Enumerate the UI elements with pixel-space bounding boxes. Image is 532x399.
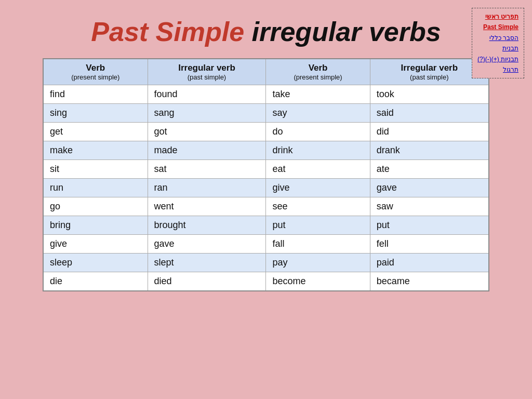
nav-explanation[interactable]: הסבר כללי (477, 33, 518, 43)
table-row: findfoundtaketook (43, 85, 489, 104)
table-cell: slept (148, 254, 266, 272)
table-cell: bring (43, 216, 148, 235)
table-cell: went (148, 197, 266, 216)
table-cell: take (266, 85, 370, 104)
table-cell: say (266, 104, 370, 123)
table-cell: fell (370, 235, 489, 254)
table-row: getgotdodid (43, 123, 489, 141)
table-cell: go (43, 197, 148, 216)
table-cell: became (370, 272, 489, 291)
table-cell: give (266, 179, 370, 197)
table-row: gowentseesaw (43, 197, 489, 216)
table-cell: brought (148, 216, 266, 235)
table-cell: give (43, 235, 148, 254)
table-cell: ran (148, 179, 266, 197)
table-cell: sleep (43, 254, 148, 272)
table-cell: put (266, 216, 370, 235)
table-row: singsangsaysaid (43, 104, 489, 123)
table-row: bringbroughtputput (43, 216, 489, 235)
table-row: sitsateatate (43, 160, 489, 179)
table-cell: drank (370, 141, 489, 160)
table-cell: said (370, 104, 489, 123)
header-irregular1: Irregular verb (past simple) (148, 59, 266, 85)
table-cell: paid (370, 254, 489, 272)
table-cell: sang (148, 104, 266, 123)
header-verb1: Verb (present simple) (43, 59, 148, 85)
table-cell: got (148, 123, 266, 141)
header-verb2: Verb (present simple) (266, 59, 370, 85)
table-row: runrangivegave (43, 179, 489, 197)
table-cell: get (43, 123, 148, 141)
table-cell: make (43, 141, 148, 160)
table-cell: found (148, 85, 266, 104)
table-cell: do (266, 123, 370, 141)
table-cell: ate (370, 160, 489, 179)
nav-past-simple[interactable]: Past Simple (477, 22, 518, 32)
table-cell: did (370, 123, 489, 141)
table-cell: made (148, 141, 266, 160)
verb-table: Verb (present simple) Irregular verb (pa… (43, 58, 489, 291)
table-cell: run (43, 179, 148, 197)
table-cell: eat (266, 160, 370, 179)
table-cell: see (266, 197, 370, 216)
title-part2: irregular verbs (244, 17, 441, 47)
table-cell: died (148, 272, 266, 291)
table-cell: drink (266, 141, 370, 160)
table-row: sleepsleptpaypaid (43, 254, 489, 272)
table-cell: sat (148, 160, 266, 179)
page-container: תפריט ראשי Past Simple הסבר כללי תבנית ת… (0, 0, 532, 399)
table-cell: die (43, 272, 148, 291)
table-row: makemadedrinkdrank (43, 141, 489, 160)
table-cell: saw (370, 197, 489, 216)
table-cell: gave (148, 235, 266, 254)
nav-box: תפריט ראשי Past Simple הסבר כללי תבנית ת… (472, 8, 524, 78)
table-cell: sit (43, 160, 148, 179)
table-cell: fall (266, 235, 370, 254)
table-cell: put (370, 216, 489, 235)
table-cell: took (370, 85, 489, 104)
nav-main-menu[interactable]: תפריט ראשי (477, 11, 518, 22)
header-irregular2: Irregular verb (past simple) (370, 59, 489, 85)
page-title: Past Simple irregular verbs (16, 16, 516, 48)
table-row: diediedbecomebecame (43, 272, 489, 291)
table-row: givegavefallfell (43, 235, 489, 254)
table-cell: become (266, 272, 370, 291)
table-cell: pay (266, 254, 370, 272)
nav-pattern[interactable]: תבנית (477, 43, 518, 54)
nav-patterns-all[interactable]: תבניות (+)(-)(?) (477, 54, 518, 64)
title-part1: Past Simple (91, 17, 244, 47)
table-cell: sing (43, 104, 148, 123)
table-cell: gave (370, 179, 489, 197)
nav-practice[interactable]: תרגול (477, 64, 518, 75)
table-cell: find (43, 85, 148, 104)
table-header-row: Verb (present simple) Irregular verb (pa… (43, 59, 489, 85)
